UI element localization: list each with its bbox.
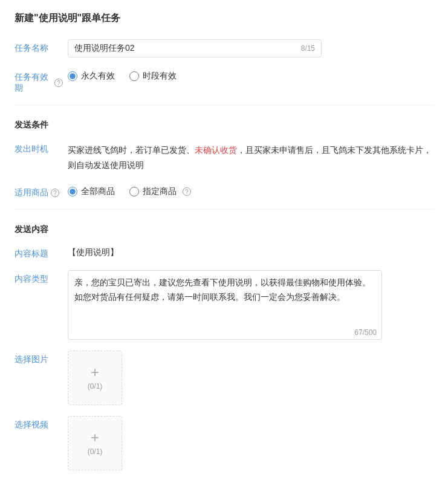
applicable-goods-help-icon[interactable]: ?	[51, 189, 59, 197]
task-validity-content: 永久有效 时段有效	[63, 68, 433, 82]
video-upload-plus-icon: +	[91, 430, 99, 445]
applicable-goods-option-specific[interactable]: 指定商品 ?	[129, 186, 191, 197]
task-validity-radio-period[interactable]	[129, 71, 139, 81]
applicable-goods-row: 适用商品 ? 全部商品 指定商品 ?	[15, 184, 433, 198]
image-upload-box[interactable]: + (0/1)	[68, 351, 122, 405]
task-name-content: 8/15	[63, 39, 433, 57]
select-video-row: 选择视频 + (0/1)	[15, 416, 433, 470]
send-timing-row: 发出时机 买家进线飞鸽时，若订单已发货、未确认收货，且买家未申请售后，且飞鸽未下…	[15, 140, 433, 173]
content-title-content: 【使用说明】	[63, 245, 433, 258]
content-title-label: 内容标题	[15, 245, 63, 259]
task-name-row: 任务名称 8/15	[15, 39, 433, 57]
task-name-label: 任务名称	[15, 39, 63, 54]
content-textarea-wrapper: 亲，您的宝贝已寄出，建议您先查看下使用说明，以获得最佳购物和使用体验。如您对货品…	[68, 270, 382, 340]
applicable-goods-radio-all[interactable]	[68, 187, 77, 196]
send-timing-text: 买家进线飞鸽时，若订单已发货、未确认收货，且买家未申请售后，且飞鸽未下发其他系统…	[68, 140, 433, 173]
applicable-goods-label: 适用商品 ?	[15, 184, 63, 198]
applicable-goods-option-all[interactable]: 全部商品	[68, 186, 115, 197]
task-validity-option-period[interactable]: 时段有效	[129, 71, 177, 82]
applicable-goods-specific-help-icon[interactable]: ?	[183, 187, 191, 196]
page-title: 新建"使用说明"跟单任务	[15, 12, 433, 25]
content-title-row: 内容标题 【使用说明】	[15, 245, 433, 259]
select-video-label: 选择视频	[15, 416, 63, 430]
video-upload-label: (0/1)	[88, 447, 103, 456]
task-validity-option-permanent[interactable]: 永久有效	[68, 71, 115, 82]
content-textarea[interactable]: 亲，您的宝贝已寄出，建议您先查看下使用说明，以获得最佳购物和使用体验。如您对货品…	[68, 271, 381, 325]
task-validity-period-label: 时段有效	[143, 71, 177, 82]
send-timing-label: 发出时机	[15, 140, 63, 155]
send-timing-content: 买家进线飞鸽时，若订单已发货、未确认收货，且买家未申请售后，且飞鸽未下发其他系统…	[63, 140, 433, 173]
select-image-label: 选择图片	[15, 351, 63, 365]
task-validity-label: 任务有效期 ?	[15, 68, 63, 94]
applicable-goods-radio-group: 全部商品 指定商品 ?	[68, 184, 433, 197]
task-validity-permanent-label: 永久有效	[81, 71, 115, 82]
select-video-content: + (0/1)	[63, 416, 433, 470]
select-image-row: 选择图片 + (0/1)	[15, 351, 433, 405]
task-name-input[interactable]	[68, 40, 295, 57]
task-validity-radio-permanent[interactable]	[68, 71, 77, 81]
send-content-section-title: 发送内容	[15, 219, 433, 235]
task-validity-radio-group: 永久有效 时段有效	[68, 68, 433, 82]
task-validity-row: 任务有效期 ? 永久有效 时段有效	[15, 68, 433, 94]
page-container: 新建"使用说明"跟单任务 任务名称 8/15 任务有效期 ? 永久有效	[0, 0, 448, 480]
task-validity-help-icon[interactable]: ?	[54, 79, 63, 87]
video-upload-box[interactable]: + (0/1)	[68, 416, 122, 470]
content-type-label: 内容类型	[15, 270, 63, 285]
content-title-value: 【使用说明】	[68, 245, 433, 258]
applicable-goods-radio-specific[interactable]	[129, 187, 139, 196]
task-name-char-count: 8/15	[295, 41, 321, 56]
applicable-goods-content: 全部商品 指定商品 ?	[63, 184, 433, 197]
select-image-content: + (0/1)	[63, 351, 433, 405]
content-type-content: 亲，您的宝贝已寄出，建议您先查看下使用说明，以获得最佳购物和使用体验。如您对货品…	[63, 270, 433, 340]
send-condition-section-title: 发送条件	[15, 115, 433, 131]
divider-1	[15, 105, 433, 105]
send-timing-text-1: 买家进线飞鸽时，若订单已发货、	[68, 145, 195, 155]
task-name-input-wrapper: 8/15	[68, 39, 322, 57]
image-upload-plus-icon: +	[91, 365, 99, 380]
send-timing-highlight: 未确认收货	[195, 145, 237, 155]
content-textarea-count: 67/500	[68, 327, 381, 339]
applicable-goods-specific-label: 指定商品	[143, 186, 177, 197]
divider-2	[15, 209, 433, 210]
applicable-goods-all-label: 全部商品	[81, 186, 115, 197]
image-upload-label: (0/1)	[88, 382, 103, 391]
content-type-row: 内容类型 亲，您的宝贝已寄出，建议您先查看下使用说明，以获得最佳购物和使用体验。…	[15, 270, 433, 340]
